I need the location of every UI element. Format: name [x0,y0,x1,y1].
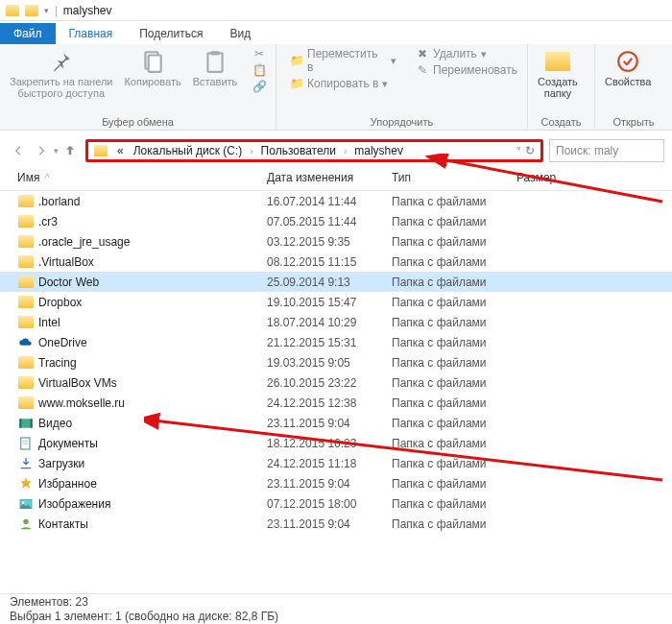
file-date: 16.07.2014 11:44 [267,195,392,208]
refresh-icon[interactable]: ↻ [525,144,535,157]
file-date: 18.07.2014 10:29 [267,316,392,329]
copy-button[interactable]: Копировать [120,46,184,87]
file-type: Папка с файлами [392,457,516,470]
rename-icon: ✎ [416,63,429,77]
folder-icon [17,355,35,371]
folder-icon [17,194,35,209]
breadcrumb-item[interactable]: malyshev [350,142,407,159]
dropdown-arrow-icon[interactable]: ▾ [44,6,49,15]
file-type: Папка с файлами [392,517,516,531]
file-date: 21.12.2015 15:31 [267,336,392,349]
pin-button[interactable]: Закрепить на панели быстрого доступа [6,46,116,99]
dropdown-icon[interactable]: ˅ [516,146,521,156]
column-headers[interactable]: Имя ^ Дата изменения Тип Размер [0,165,672,191]
status-count: Элементов: 23 [10,595,662,610]
star-icon [17,476,35,492]
table-row[interactable]: .cr307.05.2015 11:44Папка с файлами [0,211,672,231]
file-name: Избранное [38,477,97,491]
up-button[interactable] [60,143,80,158]
copy-to-button[interactable]: 📁Копировать в ▾ [286,76,400,91]
table-row[interactable]: Изображения07.12.2015 18:00Папка с файла… [0,493,672,514]
file-type: Папка с файлами [392,215,516,228]
shortcut-icon: 🔗 [252,80,266,93]
copy-path-button[interactable]: 📋 [249,62,270,78]
tab-view[interactable]: Вид [216,23,264,44]
file-type: Папка с файлами [392,276,516,289]
file-name: .oracle_jre_usage [38,235,130,249]
back-button[interactable] [8,140,29,161]
properties-button[interactable]: Свойства [601,46,655,87]
file-date: 07.12.2015 18:00 [267,497,392,511]
table-row[interactable]: Intel18.07.2014 10:29Папка с файлами [0,312,672,332]
address-bar[interactable]: « Локальный диск (C:) › Пользователи › m… [85,139,543,162]
delete-button[interactable]: ✖Удалить ▾ [412,46,521,61]
rename-button[interactable]: ✎Переименовать [412,62,521,78]
breadcrumb-item[interactable]: Локальный диск (C:) [130,142,247,159]
docs-icon [17,436,35,451]
paste-shortcut-button[interactable]: 🔗 [249,79,270,94]
table-row[interactable]: www.mokselle.ru24.12.2015 12:38Папка с ф… [0,393,672,413]
svg-point-13 [23,518,28,523]
breadcrumb-item[interactable]: Пользователи [257,142,340,159]
window-title: malyshev [63,4,112,17]
paste-button[interactable]: Вставить [189,46,242,87]
file-name: Загрузки [38,457,84,470]
file-type: Папка с файлами [392,376,516,390]
file-date: 03.12.2015 9:35 [267,235,392,249]
cut-button[interactable]: ✂ [249,46,270,61]
table-row[interactable]: Dropbox19.10.2015 15:47Папка с файлами [0,292,672,312]
file-date: 19.03.2015 9:05 [267,356,392,370]
table-row[interactable]: Документы18.12.2015 16:23Папка с файлами [0,433,672,453]
col-name[interactable]: Имя ^ [17,171,267,184]
tab-file[interactable]: Файл [0,23,56,44]
onedrive-icon [17,335,35,350]
table-row[interactable]: Избранное23.11.2015 9:04Папка с файлами [0,473,672,493]
file-date: 25.09.2014 9:13 [267,276,392,289]
table-row[interactable]: Контакты23.11.2015 9:04Папка с файлами [0,514,672,534]
group-clipboard-label: Буфер обмена [6,116,270,130]
table-row[interactable]: .oracle_jre_usage03.12.2015 9:35Папка с … [0,231,672,252]
file-type: Папка с файлами [392,235,516,249]
table-row[interactable]: Видео23.11.2015 9:04Папка с файлами [0,413,672,433]
file-date: 23.11.2015 9:04 [267,417,392,430]
folder-icon [17,254,35,270]
downloads-icon [17,456,35,471]
delete-icon: ✖ [416,47,429,60]
table-row[interactable]: .VirtualBox08.12.2015 11:15Папка с файла… [0,252,672,272]
file-type: Папка с файлами [392,417,516,430]
table-row[interactable]: Tracing19.03.2015 9:05Папка с файлами [0,352,672,372]
move-to-button[interactable]: 📁Переместить в ▾ [286,46,400,75]
group-create-label: Создать [534,116,588,130]
forward-button[interactable] [31,140,52,161]
images-icon [17,496,35,512]
col-type[interactable]: Тип [392,171,516,184]
col-size[interactable]: Размер [516,171,593,184]
col-date[interactable]: Дата изменения [267,171,392,184]
file-name: .cr3 [38,215,58,228]
navigation-bar: ▾ « Локальный диск (C:) › Пользователи ›… [0,136,672,165]
tab-share[interactable]: Поделиться [126,23,216,44]
file-type: Папка с файлами [392,316,516,329]
file-date: 07.05.2015 11:44 [267,215,392,228]
table-row[interactable]: .borland16.07.2014 11:44Папка с файлами [0,191,672,211]
table-row[interactable]: Doctor Web25.09.2014 9:13Папка с файлами [0,272,672,292]
file-type: Папка с файлами [392,195,516,208]
folder-icon [17,375,35,391]
search-input[interactable]: Поиск: maly [549,139,664,162]
new-folder-button[interactable]: Создать папку [534,46,582,99]
tab-home[interactable]: Главная [56,23,127,44]
table-row[interactable]: OneDrive21.12.2015 15:31Папка с файлами [0,332,672,352]
file-date: 23.11.2015 9:04 [267,477,392,491]
history-dropdown-icon[interactable]: ▾ [54,146,59,156]
file-type: Папка с файлами [392,477,516,491]
table-row[interactable]: Загрузки24.12.2015 11:18Папка с файлами [0,453,672,473]
svg-point-12 [22,501,25,504]
chevron-right-icon[interactable]: › [342,146,348,156]
paste-icon [202,48,228,75]
folder-icon [6,5,19,16]
ribbon: Закрепить на панели быстрого доступа Коп… [0,44,672,131]
file-name: Контакты [38,517,88,531]
chevron-right-icon[interactable]: › [248,146,254,156]
table-row[interactable]: VirtualBox VMs26.10.2015 23:22Папка с фа… [0,372,672,393]
folder-icon [17,234,35,250]
